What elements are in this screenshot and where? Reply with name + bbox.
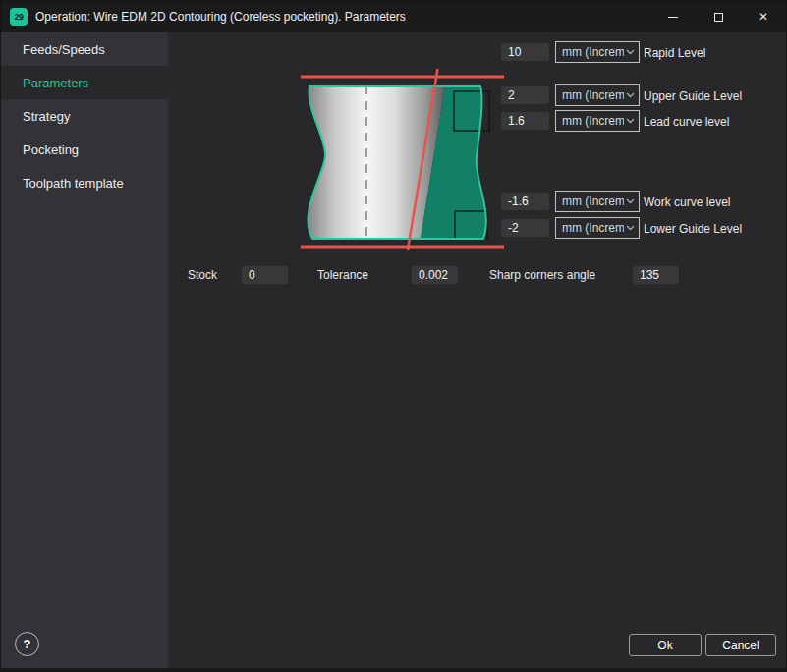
minimize-button[interactable] (650, 1, 696, 32)
upper-guide-level-unit-value: mm (Increm (562, 88, 624, 102)
lower-guide-level-value-input[interactable] (501, 219, 549, 237)
stock-label: Stock (188, 268, 217, 282)
close-button[interactable]: ✕ (741, 1, 786, 32)
window-title: Operation: Wire EDM 2D Contouring (Corel… (35, 10, 406, 24)
chevron-down-icon (626, 49, 635, 55)
rapid-level-label: Rapid Level (644, 46, 705, 60)
maximize-icon (714, 13, 723, 22)
close-icon: ✕ (759, 10, 768, 24)
chevron-down-icon (626, 198, 635, 204)
question-mark-icon: ? (24, 637, 31, 651)
chevron-down-icon (626, 92, 635, 98)
upper-guide-level-value-input[interactable] (501, 86, 549, 104)
sidebar-item-toolpath-template[interactable]: Toolpath template (1, 166, 168, 199)
chevron-down-icon (626, 118, 635, 124)
stock-input[interactable] (242, 266, 288, 284)
lead-curve-level-unit-value: mm (Increm (562, 114, 624, 128)
help-button[interactable]: ? (15, 632, 39, 656)
lead-curve-level-value-input[interactable] (501, 112, 549, 130)
lead-curve-level-unit-select[interactable]: mm (Increm (555, 110, 640, 132)
maximize-button[interactable] (696, 1, 741, 32)
window-bottom-border (1, 668, 786, 672)
upper-guide-level-unit-select[interactable]: mm (Increm (555, 84, 640, 106)
rapid-level-value-input[interactable] (501, 43, 549, 61)
work-curve-level-value-input[interactable] (501, 193, 549, 210)
work-curve-level-unit-select[interactable]: mm (Increm (555, 191, 640, 212)
part-diagram (291, 60, 512, 256)
sidebar-item-pocketing[interactable]: Pocketing (1, 133, 168, 166)
tolerance-input[interactable] (412, 266, 458, 284)
lead-curve-level-label: Lead curve level (644, 115, 729, 129)
sidebar-item-strategy[interactable]: Strategy (1, 99, 168, 133)
upper-guide-level-label: Upper Guide Level (644, 89, 742, 103)
minimize-icon (668, 17, 678, 18)
chevron-down-icon (626, 225, 635, 231)
ok-button[interactable]: Ok (629, 634, 702, 656)
work-curve-level-unit-value: mm (Increm (562, 195, 624, 208)
app-logo-icon: 29 (10, 8, 28, 26)
operation-parameters-dialog: 29 Operation: Wire EDM 2D Contouring (Co… (0, 0, 787, 672)
title-bar: 29 Operation: Wire EDM 2D Contouring (Co… (1, 1, 786, 32)
tolerance-label: Tolerance (317, 268, 368, 282)
sidebar-item-feeds-speeds[interactable]: Feeds/Speeds (1, 32, 168, 66)
cancel-button[interactable]: Cancel (705, 634, 776, 656)
work-curve-level-label: Work curve level (644, 196, 730, 209)
lower-guide-level-unit-value: mm (Increm (562, 221, 624, 235)
rapid-level-unit-select[interactable]: mm (Increm (555, 41, 640, 63)
lower-guide-level-unit-select[interactable]: mm (Increm (555, 217, 640, 239)
sharp-corners-angle-label: Sharp corners angle (489, 268, 595, 282)
lower-guide-level-label: Lower Guide Level (644, 222, 742, 236)
sharp-corners-angle-input[interactable] (633, 266, 679, 284)
sidebar: Feeds/Speeds Parameters Strategy Pocketi… (1, 32, 168, 668)
sidebar-item-parameters[interactable]: Parameters (1, 66, 168, 99)
rapid-level-unit-value: mm (Increm (562, 45, 624, 59)
